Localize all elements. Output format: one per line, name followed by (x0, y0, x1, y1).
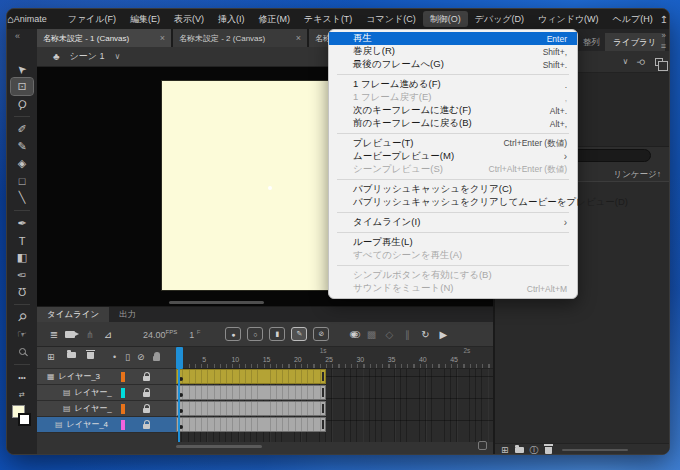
asset-warp-tool[interactable]: Ω (11, 283, 33, 300)
line-tool[interactable]: ╲ (11, 189, 33, 206)
layer-name[interactable]: レイヤー_3 (59, 371, 100, 382)
timeline-horizontal-scrollbar[interactable] (176, 445, 262, 448)
stage-horizontal-scrollbar[interactable] (169, 301, 264, 304)
control-menu-item[interactable]: 巻戻し(R)Shift+, (329, 45, 577, 58)
lock-icon[interactable] (143, 376, 150, 381)
remove-frames-button[interactable]: ⊘ (313, 327, 329, 341)
control-menu-item[interactable]: プレビュー(T)Ctrl+Enter (数値) (329, 137, 577, 150)
pin-tool[interactable]: ⚲ (11, 309, 33, 326)
scene-name[interactable]: シーン 1 (70, 50, 105, 63)
frame-span[interactable] (176, 385, 326, 400)
control-menu-item[interactable]: シンプルボタンを有効にする(B) (329, 269, 577, 282)
menu-ヘルプ(H)[interactable]: ヘルプ(H) (606, 11, 660, 27)
control-menu-item[interactable]: ループ再生(L) (329, 236, 577, 249)
auto-keyframe-toggle[interactable]: ✎ (291, 327, 307, 341)
layer-depth-icon[interactable]: ≣ (45, 329, 63, 340)
home-icon[interactable]: ⌂ (7, 13, 14, 25)
selection-tool[interactable]: ➤ (11, 61, 33, 78)
stage-canvas[interactable] (161, 80, 336, 291)
frame-span[interactable] (176, 369, 326, 384)
menu-デバッグ(D)[interactable]: デバッグ(D) (468, 11, 531, 27)
paint-bucket-tool[interactable]: ◧ (11, 249, 33, 266)
lock-column-icon[interactable] (153, 356, 160, 361)
lock-icon[interactable] (143, 392, 150, 397)
eyedropper-tool[interactable]: ✑ (11, 266, 33, 283)
lock-icon[interactable] (143, 424, 150, 429)
menu-ウィンドウ(W)[interactable]: ウィンドウ(W) (531, 11, 606, 27)
control-menu-item[interactable]: 1 フレーム進める(F). (329, 78, 577, 91)
close-tab-icon[interactable]: × (292, 33, 301, 43)
loop-icon[interactable]: ↻ (416, 329, 434, 340)
control-menu-item[interactable]: ムービープレビュー(M)› (329, 150, 577, 163)
more-tools[interactable]: ••• (11, 369, 33, 386)
sort-ascending-icon[interactable]: ↑ (657, 169, 661, 179)
show-all-column-icon[interactable]: • (113, 352, 116, 362)
new-symbol-button[interactable]: ⊞ (501, 445, 509, 455)
outline-column-icon[interactable]: ▯ (125, 352, 130, 362)
share-icon[interactable]: ↥ (660, 14, 668, 25)
frame-span[interactable] (176, 417, 326, 432)
timeline-layer-row[interactable]: ▤レイヤー_ (37, 401, 176, 417)
delete-layer-button[interactable] (87, 352, 94, 359)
graph-editor-icon[interactable]: ⊿ (99, 329, 117, 340)
document-tab[interactable]: 名称未設定 - 1 (Canvas)× (37, 29, 171, 47)
fluid-brush-tool[interactable]: ✐ (11, 121, 33, 138)
swap-colors-icon[interactable]: ⇄ (11, 386, 33, 403)
menu-編集(E)[interactable]: 編集(E) (123, 11, 167, 27)
tab-library[interactable]: ライブラリ (605, 33, 665, 51)
timeline-layer-row[interactable]: ▤レイヤー_4 (37, 417, 176, 433)
edit-multiple-frames-icon[interactable]: ▩ (362, 329, 380, 340)
onion-skin-range-icon[interactable]: ◇ (380, 329, 398, 340)
classic-brush-tool[interactable]: ✎ (11, 138, 33, 155)
text-tool[interactable]: T (11, 232, 33, 249)
layer-color-swatch[interactable] (121, 420, 125, 430)
tab-timeline[interactable]: タイムライン (37, 307, 109, 322)
onion-skin-icon[interactable]: ◉◎ (342, 329, 362, 339)
insert-keyframe-button[interactable]: ● (225, 327, 241, 341)
item-properties-button[interactable]: ⓘ (530, 444, 539, 456)
menu-テキスト(T)[interactable]: テキスト(T) (297, 11, 359, 27)
menu-制御(O)[interactable]: 制御(O) (423, 11, 468, 27)
lock-icon[interactable] (143, 408, 150, 413)
new-layer-button[interactable]: ⊞ (47, 352, 55, 362)
zoom-tool[interactable] (11, 343, 33, 360)
chevron-down-icon[interactable]: ∨ (115, 52, 121, 61)
menu-修正(M)[interactable]: 修正(M) (252, 11, 298, 27)
library-horizontal-scrollbar[interactable] (562, 449, 628, 451)
current-frame[interactable]: 1 F (189, 329, 200, 340)
control-menu-item[interactable]: 再生Enter (329, 32, 577, 45)
new-library-panel-icon[interactable] (655, 58, 663, 66)
camera-icon[interactable] (65, 331, 75, 338)
control-menu-item[interactable]: すべてのシーンを再生(A) (329, 249, 577, 262)
control-menu-item[interactable]: 1 フレーム戻す(E), (329, 91, 577, 104)
layer-name[interactable]: レイヤー_4 (67, 419, 108, 430)
menu-コマンド(C)[interactable]: コマンド(C) (359, 11, 422, 27)
layer-color-swatch[interactable] (121, 388, 125, 398)
control-menu-item[interactable]: タイムライン(I)› (329, 216, 577, 229)
layer-color-swatch[interactable] (121, 404, 125, 414)
control-menu-item[interactable]: サウンドをミュート(N)Ctrl+Alt+M (329, 282, 577, 295)
control-menu-item[interactable]: 最後のフレームへ(G)Shift+. (329, 58, 577, 71)
insert-frame-button[interactable]: ▮ (269, 327, 285, 341)
hand-tool[interactable]: ☞ (11, 326, 33, 343)
pen-tool[interactable]: ✒ (11, 215, 33, 232)
delete-item-button[interactable] (545, 447, 552, 454)
control-menu-item[interactable]: パブリッシュキャッシュをクリア(C) (329, 183, 577, 196)
marker-options-icon[interactable]: ∥ (398, 329, 416, 340)
collapse-tools-icon[interactable]: « (7, 29, 20, 43)
panel-menu-icon[interactable]: ≡ (661, 41, 666, 51)
new-folder-button[interactable] (67, 352, 76, 358)
play-button[interactable]: ▶ (434, 329, 452, 340)
control-menu-item[interactable]: パブリッシュキャッシュをクリアしてムービーをプレビュー(D) (329, 196, 577, 209)
new-folder-button[interactable] (515, 447, 524, 453)
rectangle-tool[interactable]: □ (11, 172, 33, 189)
free-transform-tool[interactable]: ⊡ (11, 78, 33, 95)
visibility-column-icon[interactable]: ⊘ (137, 352, 145, 362)
layer-name[interactable]: レイヤー_ (75, 387, 112, 398)
lasso-tool[interactable]: Ϙ (11, 95, 33, 112)
frame-span[interactable] (176, 401, 326, 416)
menu-表示(V)[interactable]: 表示(V) (167, 11, 211, 27)
close-tab-icon[interactable]: × (156, 33, 165, 43)
layer-color-swatch[interactable] (121, 372, 125, 382)
stroke-color-swatch[interactable] (18, 413, 31, 426)
